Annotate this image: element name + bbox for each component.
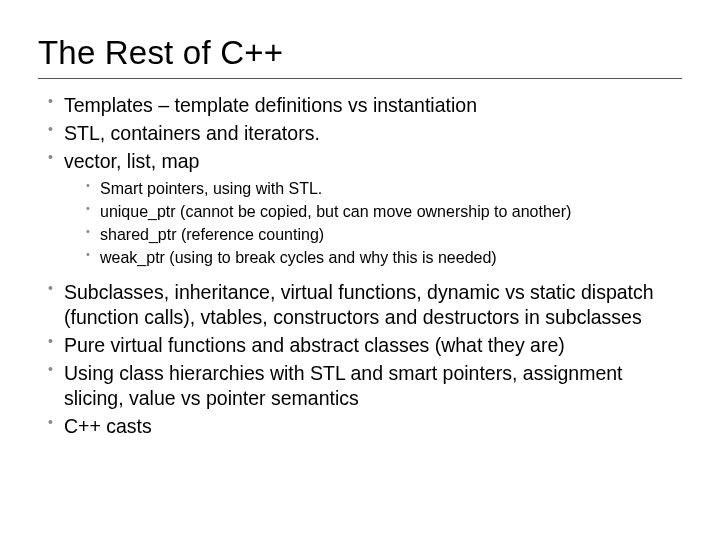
bullet-item: Using class hierarchies with STL and sma… bbox=[48, 361, 682, 411]
bullet-item: STL, containers and iterators. bbox=[48, 121, 682, 146]
spacer bbox=[48, 272, 682, 276]
bullet-item: vector, list, map Smart pointers, using … bbox=[48, 149, 682, 268]
sub-bullet-list: Smart pointers, using with STL. unique_p… bbox=[86, 178, 682, 268]
bullet-item: Templates – template definitions vs inst… bbox=[48, 93, 682, 118]
sub-bullet-item: weak_ptr (using to break cycles and why … bbox=[86, 247, 682, 268]
bullet-item: Pure virtual functions and abstract clas… bbox=[48, 333, 682, 358]
sub-bullet-item: unique_ptr (cannot be copied, but can mo… bbox=[86, 201, 682, 222]
sub-bullet-item: shared_ptr (reference counting) bbox=[86, 224, 682, 245]
bullet-item: Subclasses, inheritance, virtual functio… bbox=[48, 280, 682, 330]
bullet-text: vector, list, map bbox=[64, 150, 199, 172]
bullet-item: C++ casts bbox=[48, 414, 682, 439]
slide: The Rest of C++ Templates – template def… bbox=[0, 0, 720, 540]
title-wrap: The Rest of C++ bbox=[38, 34, 682, 79]
sub-bullet-item: Smart pointers, using with STL. bbox=[86, 178, 682, 199]
bullet-list: Templates – template definitions vs inst… bbox=[48, 93, 682, 439]
slide-title: The Rest of C++ bbox=[38, 34, 682, 72]
